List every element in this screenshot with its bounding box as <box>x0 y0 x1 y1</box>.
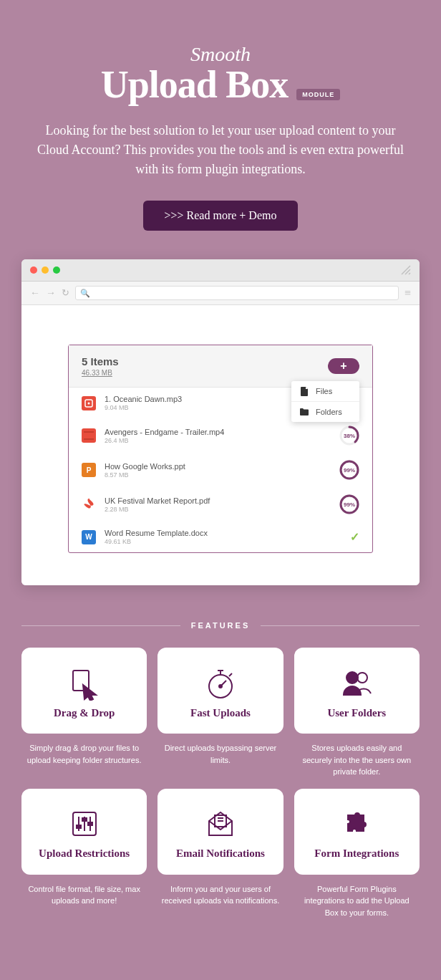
feature-card: Email Notifications <box>158 789 283 875</box>
file-icon <box>300 387 309 395</box>
module-badge: MODULE <box>296 89 340 100</box>
page-title: Upload Box <box>101 62 289 107</box>
window-minimize-icon <box>42 266 49 274</box>
window-maximize-icon <box>53 266 60 274</box>
browser-titlebar <box>21 259 420 282</box>
file-name: Avengers - Endgame - Trailer.mp4 <box>105 428 331 436</box>
upload-widget: 5 Items 46.33 MB + Files Folders <box>68 345 373 553</box>
feature-card: Form Integrations <box>294 789 420 875</box>
file-name: How Google Works.ppt <box>105 462 331 471</box>
feature-stopwatch: Fast Uploads Direct uploads bypassing se… <box>158 648 283 778</box>
dropdown-files[interactable]: Files <box>291 381 359 402</box>
add-dropdown: Files Folders <box>291 381 359 422</box>
feature-desc: Stores uploads easily and securely into … <box>294 742 420 778</box>
feature-title: Form Integrations <box>314 847 399 860</box>
svg-rect-17 <box>82 818 87 821</box>
file-size: 2.28 MB <box>105 506 331 513</box>
folder-icon <box>300 408 309 416</box>
feature-mail: Email Notifications Inform you and your … <box>158 789 283 919</box>
check-icon: ✓ <box>350 530 359 544</box>
svg-rect-2 <box>84 431 94 433</box>
puzzle-icon <box>339 806 374 842</box>
stopwatch-icon <box>203 666 238 701</box>
feature-title: Drag & Drop <box>54 707 115 719</box>
features-heading: FEATURES <box>191 621 250 630</box>
feature-sliders: Upload Restrictions Control file format,… <box>21 789 147 919</box>
feature-users: User Folders Stores uploads easily and s… <box>294 648 420 778</box>
feature-desc: Control file format, file size, max uplo… <box>21 883 147 907</box>
feature-title: Email Notifications <box>176 847 265 860</box>
feature-title: Fast Uploads <box>190 707 251 719</box>
drag-drop-icon <box>67 666 102 701</box>
read-more-button[interactable]: >>> Read more + Demo <box>143 201 299 231</box>
menu-icon: ≡ <box>404 287 411 299</box>
subtitle: Looking for the best solution to let you… <box>29 121 412 179</box>
browser-mockup: ← → ↻ 🔍 ≡ 5 Items 46.33 MB + Files <box>21 259 420 585</box>
file-row: UK Festival Market Report.pdf2.28 MB99% <box>69 487 372 522</box>
svg-point-13 <box>346 672 358 683</box>
add-button[interactable]: + <box>328 358 359 374</box>
feature-card: Drag & Drop <box>21 648 147 734</box>
file-name: UK Festival Market Report.pdf <box>105 496 331 505</box>
feature-drag-drop: Drag & Drop Simply drag & drop your file… <box>21 648 147 778</box>
feature-title: Upload Restrictions <box>39 847 130 860</box>
svg-rect-3 <box>84 438 94 440</box>
search-icon: 🔍 <box>80 289 90 298</box>
reload-icon: ↻ <box>62 287 69 299</box>
file-name: Word Resume Template.docx <box>105 529 341 537</box>
feature-desc: Direct uploads bypassing server limits. <box>158 742 283 766</box>
forward-icon: → <box>46 287 56 299</box>
file-row: WWord Resume Template.docx49.61 KB✓ <box>69 522 372 552</box>
dropdown-folders[interactable]: Folders <box>291 402 359 422</box>
feature-card: Fast Uploads <box>158 648 283 734</box>
dropdown-folders-label: Folders <box>316 408 342 416</box>
total-size: 46.33 MB <box>82 369 119 377</box>
back-icon: ← <box>30 287 40 299</box>
feature-card: Upload Restrictions <box>21 789 147 875</box>
feature-card: User Folders <box>294 648 420 734</box>
svg-point-12 <box>219 685 222 688</box>
resize-icon <box>401 265 411 275</box>
svg-rect-16 <box>77 825 81 828</box>
file-size: 26.4 MB <box>105 437 331 444</box>
window-close-icon <box>30 266 37 274</box>
svg-point-0 <box>88 402 90 404</box>
sliders-icon <box>67 806 102 842</box>
item-count: 5 Items <box>82 355 119 368</box>
feature-desc: Inform you and your users of received up… <box>158 883 283 907</box>
browser-toolbar: ← → ↻ 🔍 ≡ <box>21 282 420 305</box>
svg-point-14 <box>357 673 367 683</box>
svg-rect-18 <box>88 822 92 825</box>
file-size: 8.57 MB <box>105 471 331 479</box>
file-row: PHow Google Works.ppt8.57 MB99% <box>69 453 372 487</box>
users-icon <box>339 666 374 701</box>
url-bar: 🔍 <box>75 286 399 300</box>
feature-desc: Simply drag & drop your files to upload … <box>21 742 147 766</box>
file-size: 49.61 KB <box>105 538 341 545</box>
mail-icon <box>203 806 238 842</box>
dropdown-files-label: Files <box>316 387 332 395</box>
feature-title: User Folders <box>327 707 386 719</box>
file-row: Avengers - Endgame - Trailer.mp426.4 MB3… <box>69 418 372 453</box>
feature-desc: Powerful Form Plugins integrations to ad… <box>294 883 420 919</box>
feature-puzzle: Form Integrations Powerful Form Plugins … <box>294 789 420 919</box>
